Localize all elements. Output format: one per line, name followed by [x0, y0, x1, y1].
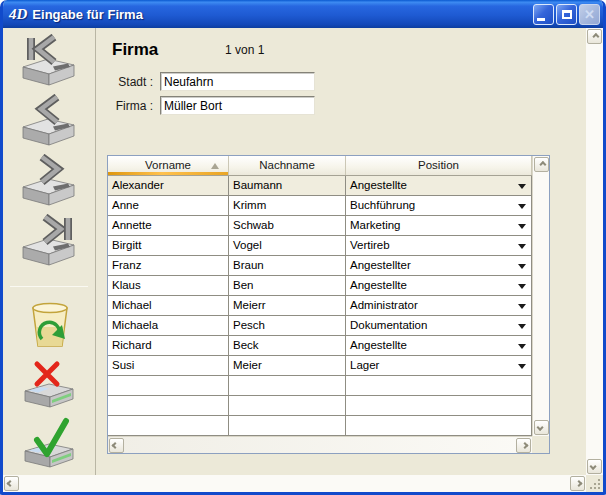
- last-record-button[interactable]: [18, 214, 80, 266]
- cell-vorname[interactable]: Michaela: [108, 316, 229, 336]
- minimize-button[interactable]: [533, 4, 554, 25]
- cell-vorname[interactable]: Klaus: [108, 276, 229, 296]
- position-dropdown-icon[interactable]: [518, 344, 526, 349]
- table-scroll-down-button[interactable]: [534, 420, 549, 435]
- cell-position[interactable]: Lager: [346, 356, 532, 376]
- position-text: Angestellter: [350, 259, 411, 271]
- cell-position[interactable]: Angestellter: [346, 256, 532, 276]
- window-scroll-up-button[interactable]: [587, 29, 602, 44]
- cell-vorname[interactable]: Michael: [108, 296, 229, 316]
- cell-nachname[interactable]: Meier: [229, 356, 346, 376]
- table-row[interactable]: Anne Krimm Buchführung: [108, 196, 532, 216]
- chevron-down-icon: [590, 463, 597, 470]
- table-horizontal-scrollbar[interactable]: [108, 436, 532, 453]
- cell-vorname[interactable]: Susi: [108, 356, 229, 376]
- employee-table: Vorname Nachname Position Alexander Baum…: [107, 155, 550, 454]
- chevron-right-icon: [521, 442, 528, 449]
- cell-position: [346, 396, 532, 416]
- table-row[interactable]: [108, 376, 532, 396]
- table-scroll-right-button[interactable]: [516, 438, 531, 453]
- accept-button[interactable]: [18, 417, 80, 469]
- cell-nachname[interactable]: Schwab: [229, 216, 346, 236]
- cell-nachname[interactable]: Baumann: [229, 176, 346, 196]
- cell-vorname[interactable]: Birgitt: [108, 236, 229, 256]
- cell-nachname[interactable]: Krimm: [229, 196, 346, 216]
- cell-nachname[interactable]: Braun: [229, 256, 346, 276]
- next-record-button[interactable]: [18, 154, 80, 206]
- cell-nachname[interactable]: Meierr: [229, 296, 346, 316]
- cell-nachname[interactable]: Pesch: [229, 316, 346, 336]
- previous-record-button[interactable]: [18, 94, 80, 146]
- table-row[interactable]: Michael Meierr Administrator: [108, 296, 532, 316]
- delete-record-trash-icon: [18, 297, 80, 349]
- chevron-left-icon: [112, 442, 119, 449]
- window-scroll-down-button[interactable]: [587, 459, 602, 474]
- cell-position[interactable]: Dokumentation: [346, 316, 532, 336]
- window-vertical-scrollbar[interactable]: [586, 28, 603, 475]
- maximize-button[interactable]: [556, 4, 577, 25]
- first-record-icon: [18, 34, 80, 86]
- table-row[interactable]: Richard Beck Angestellte: [108, 336, 532, 356]
- cell-position[interactable]: Administrator: [346, 296, 532, 316]
- cell-vorname[interactable]: Annette: [108, 216, 229, 236]
- table-scroll-left-button[interactable]: [109, 438, 124, 453]
- cell-position[interactable]: Angestellte: [346, 276, 532, 296]
- last-record-icon: [18, 214, 80, 266]
- position-dropdown-icon[interactable]: [518, 304, 526, 309]
- firma-input[interactable]: [160, 96, 315, 115]
- cell-position[interactable]: Angestellte: [346, 176, 532, 196]
- position-dropdown-icon[interactable]: [518, 184, 526, 189]
- position-dropdown-icon[interactable]: [518, 204, 526, 209]
- cell-position[interactable]: Buchführung: [346, 196, 532, 216]
- table-scroll-up-button[interactable]: [534, 157, 549, 172]
- table-row[interactable]: Michaela Pesch Dokumentation: [108, 316, 532, 336]
- table-row[interactable]: Annette Schwab Marketing: [108, 216, 532, 236]
- cell-nachname[interactable]: Beck: [229, 336, 346, 356]
- cell-nachname[interactable]: Ben: [229, 276, 346, 296]
- window-horizontal-scrollbar[interactable]: [3, 475, 586, 492]
- cell-position: [346, 416, 532, 436]
- cell-vorname[interactable]: Richard: [108, 336, 229, 356]
- chevron-up-icon: [592, 33, 599, 40]
- cell-vorname[interactable]: Anne: [108, 196, 229, 216]
- window-scroll-right-button[interactable]: [570, 476, 585, 491]
- next-record-icon: [18, 154, 80, 206]
- first-record-button[interactable]: [18, 34, 80, 86]
- table-row[interactable]: [108, 416, 532, 436]
- position-dropdown-icon[interactable]: [518, 364, 526, 369]
- table-row[interactable]: Klaus Ben Angestellte: [108, 276, 532, 296]
- cell-nachname[interactable]: Vogel: [229, 236, 346, 256]
- 4d-app-icon[interactable]: 4D: [9, 6, 27, 23]
- column-header-position[interactable]: Position: [346, 156, 532, 175]
- table-row[interactable]: Franz Braun Angestellter: [108, 256, 532, 276]
- table-row[interactable]: Susi Meier Lager: [108, 356, 532, 376]
- column-header-vorname[interactable]: Vorname: [108, 156, 229, 175]
- position-dropdown-icon[interactable]: [518, 244, 526, 249]
- close-button[interactable]: ✕: [579, 4, 600, 25]
- sidebar: [3, 28, 96, 475]
- resize-grip[interactable]: [586, 475, 603, 492]
- position-dropdown-icon[interactable]: [518, 284, 526, 289]
- main-area: Firma 1 von 1 Stadt : Firma : Vorname: [3, 28, 586, 475]
- chevron-up-icon: [539, 161, 546, 168]
- titlebar[interactable]: 4D Eingabe für Firma ✕: [0, 0, 606, 28]
- delete-record-button[interactable]: [18, 297, 80, 349]
- stadt-input[interactable]: [160, 72, 315, 91]
- cell-vorname[interactable]: Franz: [108, 256, 229, 276]
- table-row[interactable]: Alexander Baumann Angestellte: [108, 176, 532, 196]
- column-header-nachname[interactable]: Nachname: [229, 156, 346, 175]
- position-dropdown-icon[interactable]: [518, 324, 526, 329]
- window-scroll-left-button[interactable]: [4, 476, 19, 491]
- cell-position[interactable]: Vertireb: [346, 236, 532, 256]
- cancel-button[interactable]: [18, 357, 80, 409]
- cell-nachname: [229, 396, 346, 416]
- cell-position[interactable]: Angestellte: [346, 336, 532, 356]
- cell-position[interactable]: Marketing: [346, 216, 532, 236]
- cell-vorname[interactable]: Alexander: [108, 176, 229, 196]
- position-text: Vertireb: [350, 239, 390, 251]
- table-row[interactable]: [108, 396, 532, 416]
- table-vertical-scrollbar[interactable]: [532, 156, 549, 436]
- position-dropdown-icon[interactable]: [518, 264, 526, 269]
- table-row[interactable]: Birgitt Vogel Vertireb: [108, 236, 532, 256]
- position-dropdown-icon[interactable]: [518, 224, 526, 229]
